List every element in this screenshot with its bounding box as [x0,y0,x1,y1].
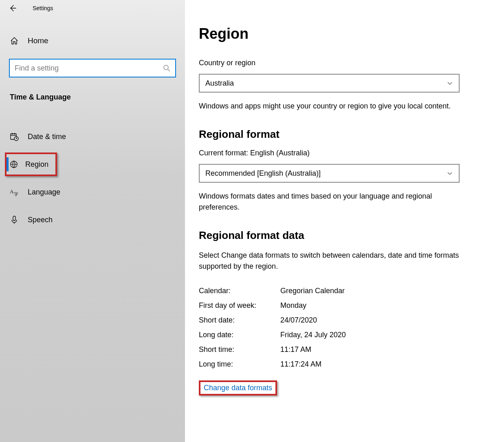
v: Friday, 24 July 2020 [280,331,346,339]
calendar-clock-icon [10,132,19,141]
sidebar-item-date-time[interactable]: Date & time [0,123,185,150]
svg-rect-10 [13,216,15,221]
k: Long time: [199,360,280,369]
home-label: Home [28,36,48,45]
sidebar-item-label: Language [28,188,60,197]
svg-text:字: 字 [14,192,18,197]
k: First day of week: [199,301,280,310]
chevron-down-icon [447,80,453,86]
data-row-longdate: Long date:Friday, 24 July 2020 [199,327,490,342]
sidebar-category: Time & Language [0,93,185,102]
k: Short date: [199,316,280,325]
v: 11:17 AM [280,345,311,354]
search-input[interactable] [15,64,163,73]
sidebar-item-speech[interactable]: Speech [0,206,185,234]
country-dropdown[interactable]: Australia [199,74,460,93]
format-value: Recommended [English (Australia)] [205,169,321,178]
titlebar: Settings [0,0,185,16]
country-label: Country or region [199,59,490,67]
format-current: Current format: English (Australia) [199,149,490,157]
data-row-firstday: First day of week:Monday [199,298,490,313]
v: Gregorian Calendar [280,287,345,295]
k: Long date: [199,331,280,339]
v: Monday [280,301,306,310]
k: Short time: [199,345,280,354]
k: Calendar: [199,287,280,295]
svg-text:A: A [10,188,14,194]
sidebar-item-home[interactable]: Home [0,33,185,49]
main-content: Region Country or region Australia Windo… [185,0,504,442]
sidebar: Settings Home Time & Language Date & tim… [0,0,185,442]
search-container [0,59,185,77]
format-data-grid: Calendar:Gregorian Calendar First day of… [199,283,490,371]
app-title: Settings [33,5,53,11]
data-row-longtime: Long time:11:17:24 AM [199,357,490,371]
chevron-down-icon [447,170,453,177]
sidebar-nav: Date & time Region A字 Language Speech [0,123,185,234]
country-desc: Windows and apps might use your country … [199,101,460,112]
search-box[interactable] [9,59,176,77]
microphone-icon [10,215,19,224]
format-heading: Regional format [199,128,490,141]
search-icon [163,64,170,72]
back-arrow-icon [9,4,16,12]
svg-line-1 [168,69,170,71]
country-value: Australia [205,79,234,88]
sidebar-item-region[interactable]: Region [5,152,57,176]
page-title: Region [199,25,490,42]
change-data-formats-link[interactable]: Change data formats [199,380,277,396]
language-icon: A字 [10,188,19,197]
svg-point-0 [164,65,168,70]
v: 24/07/2020 [280,316,317,325]
data-row-calendar: Calendar:Gregorian Calendar [199,283,490,298]
v: 11:17:24 AM [280,360,321,369]
sidebar-item-language[interactable]: A字 Language [0,178,185,206]
home-icon [10,36,19,45]
data-desc: Select Change data formats to switch bet… [199,250,460,272]
format-dropdown[interactable]: Recommended [English (Australia)] [199,164,460,183]
data-heading: Regional format data [199,229,490,242]
globe-icon [10,160,19,169]
back-button[interactable] [9,4,16,12]
data-row-shorttime: Short time:11:17 AM [199,342,490,357]
data-row-shortdate: Short date:24/07/2020 [199,313,490,327]
sidebar-item-label: Date & time [28,133,66,141]
sidebar-item-label: Region [25,160,48,169]
sidebar-item-label: Speech [28,216,53,224]
format-desc: Windows formats dates and times based on… [199,191,460,213]
